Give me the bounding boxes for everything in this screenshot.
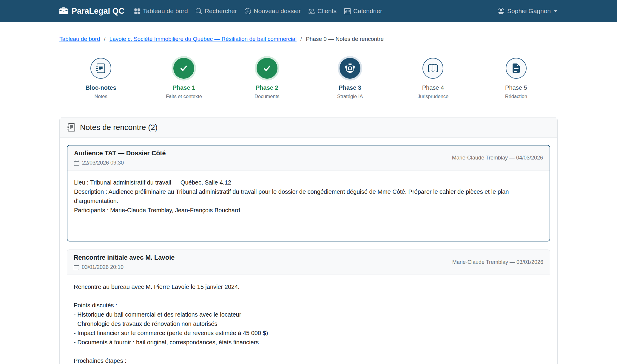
phase-step-phase-3[interactable]: Phase 3Stratégie IA [308, 56, 391, 99]
top-navbar: ParaLegal QC Tableau de bordRechercherNo… [0, 0, 617, 22]
note-card[interactable]: Audience TAT — Dossier Côté22/03/2026 09… [67, 145, 550, 241]
phase-title: Bloc-notes [59, 84, 142, 91]
note-title: Audience TAT — Dossier Côté [74, 150, 166, 157]
breadcrumb-link[interactable]: Tableau de bord [59, 36, 100, 42]
phase-circle-phase-4 [422, 58, 443, 79]
check-icon [179, 64, 188, 73]
phase-step-bloc-notes[interactable]: Bloc-notesNotes [59, 56, 142, 99]
open-book-icon [428, 63, 438, 73]
calendar-grid-icon [344, 8, 351, 14]
nav-item-label: Tableau de bord [143, 7, 188, 15]
chevron-down-icon [554, 9, 558, 13]
cpu-chip-icon [345, 63, 355, 73]
document-icon [511, 63, 521, 73]
notes-section-header: Notes de rencontre (2) [60, 117, 557, 138]
phase-circle-phase-5 [506, 58, 527, 79]
nav-menu: Tableau de bordRechercherNouveau dossier… [134, 7, 382, 15]
search-icon [196, 8, 202, 14]
plus-circle-icon [245, 8, 251, 14]
phase-circle-bloc-notes [90, 58, 111, 79]
note-title: Rencontre initiale avec M. Lavoie [74, 254, 175, 261]
phase-circle-phase-2 [257, 58, 277, 79]
phase-subtitle: Stratégie IA [308, 94, 391, 99]
phase-tracker: Bloc-notesNotesPhase 1Faits et contexteP… [59, 56, 558, 99]
notes-section: Notes de rencontre (2) Audience TAT — Do… [59, 117, 558, 364]
nav-item-clients[interactable]: Clients [308, 7, 337, 15]
main-content: Tableau de bord/Lavoie c. Société Immobi… [59, 36, 558, 364]
note-datetime: 22/03/2026 09:30 [74, 160, 166, 166]
phase-subtitle: Jurisprudence [391, 94, 474, 99]
breadcrumb: Tableau de bord/Lavoie c. Société Immobi… [59, 36, 558, 42]
check-icon [263, 64, 272, 73]
phase-subtitle: Documents [226, 94, 308, 99]
note-author: Marie-Claude Tremblay — 03/01/2026 [452, 259, 543, 265]
phase-circle-phase-1 [173, 58, 194, 79]
briefcase-icon [59, 7, 68, 15]
phase-subtitle: Rédaction [475, 94, 558, 99]
nav-item-tableau-de-bord[interactable]: Tableau de bord [134, 7, 188, 15]
phase-title: Phase 2 [226, 84, 308, 91]
note-card[interactable]: Rencontre initiale avec M. Lavoie03/01/2… [67, 250, 550, 364]
nav-item-label: Clients [317, 7, 337, 15]
note-datetime-label: 03/01/2026 20:10 [82, 264, 124, 270]
nav-item-rechercher[interactable]: Rechercher [196, 7, 237, 15]
user-menu[interactable]: Sophie Gagnon [498, 7, 558, 15]
brand-label: ParaLegal QC [72, 7, 124, 16]
note-datetime: 03/01/2026 20:10 [74, 264, 175, 270]
note-author: Marie-Claude Tremblay — 04/03/2026 [452, 155, 543, 161]
people-icon [308, 8, 315, 14]
breadcrumb-separator: / [300, 36, 302, 42]
journal-icon [96, 63, 106, 73]
phase-title: Phase 4 [391, 84, 474, 91]
phase-subtitle: Notes [59, 94, 142, 99]
note-card-header: Rencontre initiale avec M. Lavoie03/01/2… [67, 250, 550, 275]
journal-icon [67, 123, 75, 131]
nav-item-label: Rechercher [205, 7, 237, 15]
note-header-left: Audience TAT — Dossier Côté22/03/2026 09… [74, 150, 166, 166]
phase-title: Phase 5 [475, 84, 558, 91]
notes-section-title: Notes de rencontre (2) [80, 123, 158, 132]
calendar-icon [74, 265, 79, 270]
calendar-icon [74, 160, 79, 166]
nav-item-calendrier[interactable]: Calendrier [344, 7, 382, 15]
note-card-header: Audience TAT — Dossier Côté22/03/2026 09… [67, 145, 550, 171]
person-circle-icon [498, 8, 504, 14]
phase-title: Phase 3 [308, 84, 391, 91]
nav-item-label: Nouveau dossier [254, 7, 301, 15]
brand[interactable]: ParaLegal QC [59, 7, 124, 16]
breadcrumb-current: Phase 0 — Notes de rencontre [306, 36, 384, 42]
phase-subtitle: Faits et contexte [142, 94, 225, 99]
nav-item-nouveau-dossier[interactable]: Nouveau dossier [245, 7, 301, 15]
phase-step-phase-2[interactable]: Phase 2Documents [226, 56, 308, 99]
phase-circle-phase-3 [340, 58, 360, 79]
phase-step-phase-5[interactable]: Phase 5Rédaction [475, 56, 558, 99]
breadcrumb-separator: / [104, 36, 105, 42]
phase-step-phase-4[interactable]: Phase 4Jurisprudence [391, 56, 474, 99]
note-body: Rencontre au bureau avec M. Pierre Lavoi… [67, 275, 550, 364]
grid-icon [134, 8, 140, 14]
phase-title: Phase 1 [142, 84, 225, 91]
phase-step-phase-1[interactable]: Phase 1Faits et contexte [142, 56, 225, 99]
notes-list: Audience TAT — Dossier Côté22/03/2026 09… [60, 138, 557, 364]
user-name: Sophie Gagnon [507, 7, 551, 15]
breadcrumb-link[interactable]: Lavoie c. Société Immobilière du Québec … [109, 36, 297, 42]
note-datetime-label: 22/03/2026 09:30 [82, 160, 124, 166]
nav-item-label: Calendrier [353, 7, 382, 15]
note-header-left: Rencontre initiale avec M. Lavoie03/01/2… [74, 254, 175, 270]
note-body: Lieu : Tribunal administratif du travail… [67, 171, 550, 241]
